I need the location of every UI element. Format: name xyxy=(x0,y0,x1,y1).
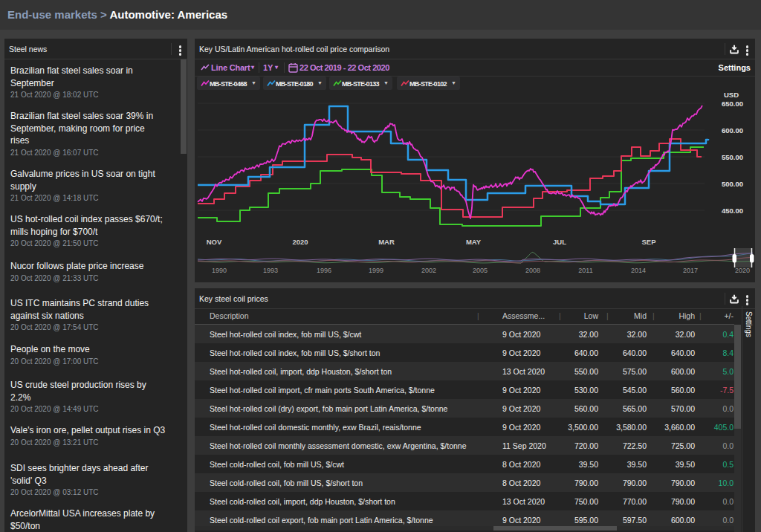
svg-text:500.00: 500.00 xyxy=(722,180,743,188)
svg-text:NOV: NOV xyxy=(207,238,222,246)
svg-text:2020: 2020 xyxy=(292,238,308,246)
svg-text:450.00: 450.00 xyxy=(722,207,743,215)
svg-text:JUL: JUL xyxy=(553,238,566,246)
svg-text:650.00: 650.00 xyxy=(722,100,743,108)
svg-text:2014: 2014 xyxy=(631,267,646,274)
svg-text:2002: 2002 xyxy=(421,267,436,274)
svg-text:2008: 2008 xyxy=(525,267,540,274)
svg-text:USD: USD xyxy=(724,93,739,99)
svg-text:1996: 1996 xyxy=(317,267,331,274)
svg-text:SEP: SEP xyxy=(641,238,656,246)
svg-text:2011: 2011 xyxy=(578,267,592,274)
svg-text:550.00: 550.00 xyxy=(722,153,743,161)
svg-text:2020: 2020 xyxy=(735,267,750,274)
svg-text:1999: 1999 xyxy=(369,267,383,274)
svg-text:MAY: MAY xyxy=(466,238,482,246)
svg-text:1990: 1990 xyxy=(212,267,227,274)
svg-text:2017: 2017 xyxy=(683,267,698,274)
svg-text:2005: 2005 xyxy=(473,267,488,274)
svg-text:600.00: 600.00 xyxy=(722,126,743,134)
svg-text:1993: 1993 xyxy=(263,267,278,274)
svg-text:MAR: MAR xyxy=(378,238,395,246)
